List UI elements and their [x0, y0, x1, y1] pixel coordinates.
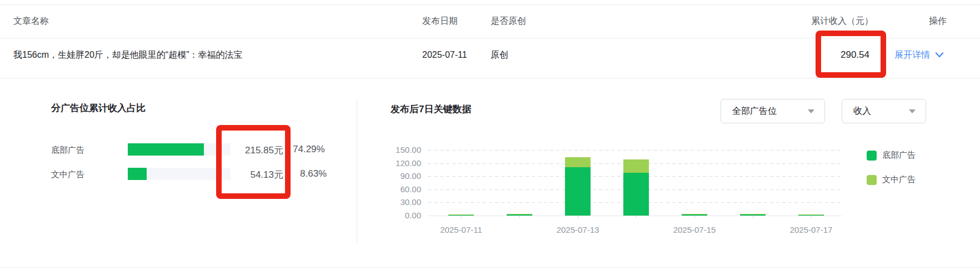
section-bottom-border: [0, 267, 980, 268]
stacked-bar-2025-07-13[interactable]: [565, 132, 591, 216]
col-header-article-name: 文章名称: [13, 16, 49, 27]
expand-details-label: 展开详情: [894, 49, 930, 61]
row-bottom-border: [0, 78, 980, 78]
chevron-down-icon: [935, 52, 944, 58]
legend-swatch-green-icon: [867, 151, 877, 161]
legend-label: 底部广告: [882, 150, 916, 161]
bar-segment-intext-ad: [565, 157, 591, 167]
breakdown-percent: 8.63%: [300, 168, 327, 179]
legend-item-intext-ad[interactable]: 文中广告: [867, 174, 916, 185]
x-axis-tick: [753, 216, 753, 218]
x-axis-tick: [578, 216, 578, 218]
col-header-action: 操作: [929, 16, 947, 27]
chevron-down-icon: [808, 109, 814, 113]
header-bottom-border: [0, 38, 980, 38]
breakdown-label: 底部广告: [51, 145, 84, 156]
y-axis-tick-label: 90.00: [382, 171, 421, 181]
stacked-bar-2025-07-16[interactable]: [740, 132, 766, 216]
breakdown-bar-track: [128, 143, 231, 156]
stacked-bar-2025-07-12[interactable]: [507, 132, 532, 216]
publish-date-value: 2025-07-11: [422, 49, 467, 61]
breakdown-amount: 54.13元: [217, 168, 283, 181]
col-header-total-revenue: 累计收入（元）: [762, 16, 873, 27]
expand-details-link[interactable]: 展开详情: [894, 49, 944, 61]
x-axis-tick-label: 2025-07-17: [778, 225, 844, 234]
breakdown-label: 文中广告: [51, 169, 84, 180]
breakdown-bar-track: [128, 168, 231, 180]
x-axis-tick: [519, 216, 520, 218]
y-axis-tick-label: 120.00: [382, 158, 421, 168]
breakdown-amount: 215.85元: [217, 144, 283, 157]
stacked-bar-2025-07-17[interactable]: [798, 132, 824, 216]
stacked-bar-2025-07-11[interactable]: [448, 132, 474, 216]
x-axis-tick: [636, 216, 637, 218]
breakdown-bar-fill: [128, 168, 147, 180]
article-revenue-panel: 文章名称 发布日期 是否原创 累计收入（元） 操作 我156cm，生娃胖20斤，…: [0, 0, 980, 280]
chevron-down-icon: [909, 109, 916, 113]
x-axis-tick-label: 2025-07-13: [544, 225, 611, 234]
col-header-publish-date: 发布日期: [422, 16, 458, 27]
stacked-bar-2025-07-14[interactable]: [623, 132, 649, 216]
x-axis-tick-label: 2025-07-15: [661, 225, 728, 234]
table-top-border: [0, 4, 980, 5]
legend-swatch-lightgreen-icon: [867, 175, 877, 185]
breakdown-percent: 74.29%: [293, 144, 325, 155]
total-revenue-value: 290.54: [786, 49, 869, 61]
x-axis-tick: [461, 216, 462, 218]
breakdown-panel-title: 分广告位累计收入占比: [51, 102, 146, 114]
ad-position-dropdown-value: 全部广告位: [732, 106, 777, 117]
chart-title: 发布后7日关键数据: [391, 103, 471, 116]
legend-item-bottom-ad[interactable]: 底部广告: [867, 150, 916, 161]
y-axis-tick-label: 150.00: [382, 145, 421, 154]
panel-divider: [357, 99, 357, 243]
ad-position-dropdown[interactable]: 全部广告位: [721, 99, 825, 123]
bar-segment-bottom-ad: [565, 167, 591, 216]
breakdown-bar-fill: [128, 143, 204, 156]
legend-label: 文中广告: [882, 174, 916, 185]
x-axis-tick: [694, 216, 695, 218]
stacked-bar-2025-07-15[interactable]: [682, 132, 707, 216]
col-header-is-original: 是否原创: [491, 16, 526, 27]
metric-dropdown-value: 收入: [853, 106, 871, 117]
bar-segment-intext-ad: [623, 159, 649, 173]
highlight-box-breakdown-amounts: [216, 125, 291, 199]
metric-dropdown[interactable]: 收入: [842, 99, 926, 123]
article-title: 我156cm，生娃胖20斤，却是他眼里的“超模”：幸福的法宝: [13, 49, 242, 61]
x-axis-tick: [811, 216, 812, 218]
bar-segment-bottom-ad: [623, 173, 649, 216]
is-original-value: 原创: [491, 49, 508, 61]
y-axis-tick-label: 30.00: [382, 197, 421, 207]
y-axis-tick-label: 60.00: [382, 184, 421, 194]
y-axis-tick-label: 0.00: [382, 211, 421, 220]
x-axis-line: [428, 216, 842, 216]
x-axis-tick-label: 2025-07-11: [428, 225, 494, 234]
